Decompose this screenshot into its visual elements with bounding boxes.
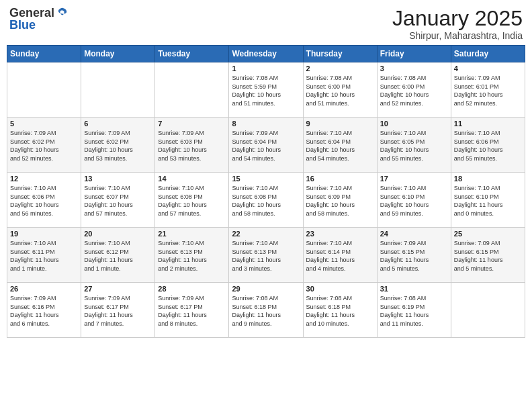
day-number: 12	[10, 175, 78, 183]
day-number: 31	[380, 285, 448, 293]
day-number: 23	[306, 230, 374, 238]
calendar-cell: 25Sunrise: 7:09 AM Sunset: 6:15 PM Dayli…	[451, 228, 525, 283]
calendar-cell: 28Sunrise: 7:09 AM Sunset: 6:17 PM Dayli…	[155, 283, 229, 338]
calendar-cell: 2Sunrise: 7:08 AM Sunset: 6:00 PM Daylig…	[303, 62, 377, 118]
day-number: 20	[84, 230, 152, 238]
day-number: 6	[84, 120, 152, 128]
day-number: 24	[380, 230, 448, 238]
calendar-cell: 22Sunrise: 7:10 AM Sunset: 6:13 PM Dayli…	[229, 228, 303, 283]
day-number: 1	[232, 64, 300, 73]
calendar-cell: 30Sunrise: 7:08 AM Sunset: 6:18 PM Dayli…	[303, 283, 377, 338]
day-info: Sunrise: 7:10 AM Sunset: 6:09 PM Dayligh…	[306, 184, 374, 218]
day-number: 15	[232, 175, 300, 183]
weekday-header-sunday: Sunday	[7, 46, 81, 62]
calendar-cell: 19Sunrise: 7:10 AM Sunset: 6:11 PM Dayli…	[7, 228, 81, 283]
day-info: Sunrise: 7:09 AM Sunset: 6:17 PM Dayligh…	[84, 294, 152, 328]
calendar-cell: 18Sunrise: 7:10 AM Sunset: 6:10 PM Dayli…	[451, 173, 525, 228]
calendar-cell: 11Sunrise: 7:10 AM Sunset: 6:06 PM Dayli…	[451, 118, 525, 173]
calendar-cell: 6Sunrise: 7:09 AM Sunset: 6:02 PM Daylig…	[81, 118, 155, 173]
calendar-cell	[81, 62, 155, 118]
calendar-cell: 12Sunrise: 7:10 AM Sunset: 6:06 PM Dayli…	[7, 173, 81, 228]
calendar-cell: 24Sunrise: 7:09 AM Sunset: 6:15 PM Dayli…	[377, 228, 451, 283]
day-number: 4	[454, 64, 522, 73]
day-number: 3	[380, 64, 448, 73]
day-info: Sunrise: 7:09 AM Sunset: 6:16 PM Dayligh…	[10, 294, 78, 328]
day-number: 17	[380, 175, 448, 183]
calendar-cell: 20Sunrise: 7:10 AM Sunset: 6:12 PM Dayli…	[81, 228, 155, 283]
day-info: Sunrise: 7:08 AM Sunset: 6:00 PM Dayligh…	[306, 74, 374, 107]
calendar-cell: 23Sunrise: 7:10 AM Sunset: 6:14 PM Dayli…	[303, 228, 377, 283]
day-number: 10	[380, 120, 448, 128]
day-number: 28	[158, 285, 226, 293]
calendar-cell: 27Sunrise: 7:09 AM Sunset: 6:17 PM Dayli…	[81, 283, 155, 338]
day-number: 19	[10, 230, 78, 238]
week-row-4: 19Sunrise: 7:10 AM Sunset: 6:11 PM Dayli…	[7, 228, 525, 283]
weekday-header-wednesday: Wednesday	[229, 46, 303, 62]
day-info: Sunrise: 7:09 AM Sunset: 6:15 PM Dayligh…	[380, 239, 448, 273]
page-header: General Blue January 2025 Shirpur, Mahar…	[7, 7, 525, 41]
day-info: Sunrise: 7:09 AM Sunset: 6:03 PM Dayligh…	[158, 129, 226, 163]
day-info: Sunrise: 7:10 AM Sunset: 6:11 PM Dayligh…	[10, 239, 78, 273]
calendar-cell	[155, 62, 229, 118]
day-info: Sunrise: 7:10 AM Sunset: 6:06 PM Dayligh…	[454, 129, 522, 163]
calendar-cell	[7, 62, 81, 118]
day-info: Sunrise: 7:10 AM Sunset: 6:12 PM Dayligh…	[84, 239, 152, 273]
calendar-cell: 3Sunrise: 7:08 AM Sunset: 6:00 PM Daylig…	[377, 62, 451, 118]
day-info: Sunrise: 7:10 AM Sunset: 6:14 PM Dayligh…	[306, 239, 374, 273]
day-number: 9	[306, 120, 374, 128]
day-info: Sunrise: 7:10 AM Sunset: 6:08 PM Dayligh…	[232, 184, 300, 218]
day-info: Sunrise: 7:10 AM Sunset: 6:13 PM Dayligh…	[232, 239, 300, 273]
day-number: 25	[454, 230, 522, 238]
day-info: Sunrise: 7:10 AM Sunset: 6:06 PM Dayligh…	[10, 184, 78, 218]
day-info: Sunrise: 7:08 AM Sunset: 6:19 PM Dayligh…	[380, 294, 448, 328]
day-number: 11	[454, 120, 522, 128]
day-number: 22	[232, 230, 300, 238]
day-info: Sunrise: 7:09 AM Sunset: 6:02 PM Dayligh…	[10, 129, 78, 163]
location-subtitle: Shirpur, Maharashtra, India	[392, 30, 523, 41]
day-number: 13	[84, 175, 152, 183]
day-number: 14	[158, 175, 226, 183]
day-info: Sunrise: 7:08 AM Sunset: 6:18 PM Dayligh…	[306, 294, 374, 328]
calendar-cell	[451, 283, 525, 338]
weekday-header-monday: Monday	[81, 46, 155, 62]
calendar-cell: 26Sunrise: 7:09 AM Sunset: 6:16 PM Dayli…	[7, 283, 81, 338]
title-block: January 2025 Shirpur, Maharashtra, India	[392, 7, 523, 41]
logo: General Blue	[9, 7, 68, 31]
calendar-cell: 31Sunrise: 7:08 AM Sunset: 6:19 PM Dayli…	[377, 283, 451, 338]
logo-general-text: General	[9, 7, 54, 19]
month-title: January 2025	[392, 7, 523, 30]
day-number: 27	[84, 285, 152, 293]
day-info: Sunrise: 7:10 AM Sunset: 6:10 PM Dayligh…	[380, 184, 448, 218]
day-info: Sunrise: 7:10 AM Sunset: 6:10 PM Dayligh…	[454, 184, 522, 218]
calendar-cell: 7Sunrise: 7:09 AM Sunset: 6:03 PM Daylig…	[155, 118, 229, 173]
calendar-cell: 13Sunrise: 7:10 AM Sunset: 6:07 PM Dayli…	[81, 173, 155, 228]
day-info: Sunrise: 7:10 AM Sunset: 6:08 PM Dayligh…	[158, 184, 226, 218]
day-info: Sunrise: 7:10 AM Sunset: 6:13 PM Dayligh…	[158, 239, 226, 273]
day-number: 8	[232, 120, 300, 128]
week-row-2: 5Sunrise: 7:09 AM Sunset: 6:02 PM Daylig…	[7, 118, 525, 173]
calendar-cell: 21Sunrise: 7:10 AM Sunset: 6:13 PM Dayli…	[155, 228, 229, 283]
day-info: Sunrise: 7:08 AM Sunset: 5:59 PM Dayligh…	[232, 74, 300, 107]
calendar-cell: 10Sunrise: 7:10 AM Sunset: 6:05 PM Dayli…	[377, 118, 451, 173]
week-row-5: 26Sunrise: 7:09 AM Sunset: 6:16 PM Dayli…	[7, 283, 525, 338]
logo-bird-icon	[56, 7, 68, 19]
day-number: 5	[10, 120, 78, 128]
calendar-cell: 15Sunrise: 7:10 AM Sunset: 6:08 PM Dayli…	[229, 173, 303, 228]
day-info: Sunrise: 7:09 AM Sunset: 6:17 PM Dayligh…	[158, 294, 226, 328]
day-info: Sunrise: 7:09 AM Sunset: 6:15 PM Dayligh…	[454, 239, 522, 273]
logo-blue-text: Blue	[9, 19, 68, 31]
calendar-cell: 5Sunrise: 7:09 AM Sunset: 6:02 PM Daylig…	[7, 118, 81, 173]
day-number: 18	[454, 175, 522, 183]
calendar-cell: 4Sunrise: 7:09 AM Sunset: 6:01 PM Daylig…	[451, 62, 525, 118]
day-info: Sunrise: 7:09 AM Sunset: 6:02 PM Dayligh…	[84, 129, 152, 163]
day-number: 26	[10, 285, 78, 293]
day-number: 29	[232, 285, 300, 293]
weekday-header-tuesday: Tuesday	[155, 46, 229, 62]
weekday-header-friday: Friday	[377, 46, 451, 62]
weekday-header-row: SundayMondayTuesdayWednesdayThursdayFrid…	[7, 46, 525, 62]
calendar-cell: 29Sunrise: 7:08 AM Sunset: 6:18 PM Dayli…	[229, 283, 303, 338]
calendar-cell: 1Sunrise: 7:08 AM Sunset: 5:59 PM Daylig…	[229, 62, 303, 118]
day-number: 21	[158, 230, 226, 238]
day-number: 16	[306, 175, 374, 183]
calendar-cell: 8Sunrise: 7:09 AM Sunset: 6:04 PM Daylig…	[229, 118, 303, 173]
